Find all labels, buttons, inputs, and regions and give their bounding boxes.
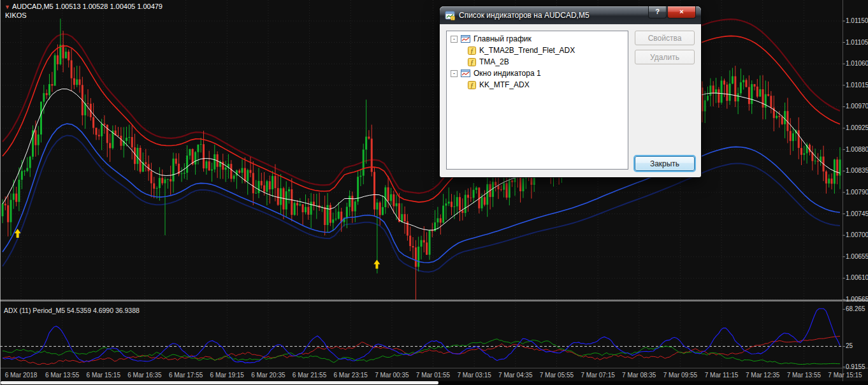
- mt4-chart-window: 1.011501.011051.010601.010151.009701.009…: [0, 0, 868, 385]
- indicator-function-icon: ƒ: [468, 81, 476, 89]
- symbol-marker-icon: ▼: [4, 4, 10, 10]
- indicators-dialog: ƒ Список индикаторов на AUDCAD,M5 ? × -Г…: [440, 6, 701, 177]
- indicator-function-icon: ƒ: [468, 58, 476, 66]
- adx-indicator-label: ADX (11) Period_M5 54.5359 4.6990 36.938…: [4, 307, 140, 314]
- dialog-titlebar[interactable]: ƒ Список индикаторов на AUDCAD,M5 ? ×: [440, 6, 701, 24]
- dialog-title: Список индикаторов на AUDCAD,M5: [459, 6, 590, 24]
- indicator-tree[interactable]: -Главный графикƒK_TMA2B_Trend_Flet_ADXƒT…: [446, 31, 628, 170]
- svg-text:ƒ: ƒ: [470, 59, 474, 66]
- tree-item[interactable]: ƒKK_MTF_ADX: [447, 79, 628, 91]
- indicator-function-icon: ƒ: [468, 47, 476, 55]
- svg-text:ƒ: ƒ: [452, 17, 454, 20]
- pane-separator[interactable]: [0, 299, 868, 303]
- delete-button[interactable]: Удалить: [635, 50, 695, 64]
- tree-item[interactable]: ƒTMA_2B: [447, 56, 628, 68]
- tree-item-label: Главный график: [474, 34, 532, 43]
- tree-item-label: TMA_2B: [479, 57, 509, 66]
- svg-text:ƒ: ƒ: [470, 82, 474, 89]
- chart-window-icon: [461, 35, 470, 43]
- tree-item-label: K_TMA2B_Trend_Flet_ADX: [479, 46, 575, 55]
- price-axis[interactable]: [843, 0, 868, 368]
- horizontal-scrollbar: [0, 381, 868, 385]
- tree-item[interactable]: -Окно индикатора 1: [447, 68, 628, 79]
- close-window-button[interactable]: ×: [667, 6, 696, 18]
- properties-button[interactable]: Свойства: [635, 31, 695, 45]
- tree-collapse-icon[interactable]: -: [451, 70, 458, 77]
- tree-item-label: Окно индикатора 1: [474, 69, 541, 78]
- chart-watermark: KIKOS: [5, 11, 27, 19]
- tree-item[interactable]: -Главный график: [447, 33, 628, 45]
- indicators-list-icon: ƒ: [445, 10, 455, 20]
- help-button[interactable]: ?: [648, 6, 667, 18]
- symbol-ohlc-header: ▼AUDCAD,M5 1.00513 1.00528 1.00405 1.004…: [4, 3, 163, 10]
- symbol-ohlc-text: AUDCAD,M5 1.00513 1.00528 1.00405 1.0047…: [12, 3, 163, 10]
- close-button[interactable]: Закрыть: [635, 156, 695, 171]
- dialog-body: -Главный графикƒK_TMA2B_Trend_Flet_ADXƒT…: [440, 24, 701, 177]
- chart-window-icon: [461, 69, 470, 77]
- scrollbar-thumb[interactable]: [1, 381, 438, 384]
- tree-item-label: KK_MTF_ADX: [479, 80, 530, 89]
- tree-collapse-icon[interactable]: -: [451, 36, 458, 43]
- time-axis[interactable]: [0, 368, 843, 381]
- window-edge: [0, 0, 1, 385]
- dialog-button-column: Свойства Удалить Закрыть: [635, 31, 695, 171]
- tree-item[interactable]: ƒK_TMA2B_Trend_Flet_ADX: [447, 45, 628, 56]
- chart-canvas[interactable]: [0, 0, 868, 385]
- svg-text:ƒ: ƒ: [470, 47, 474, 54]
